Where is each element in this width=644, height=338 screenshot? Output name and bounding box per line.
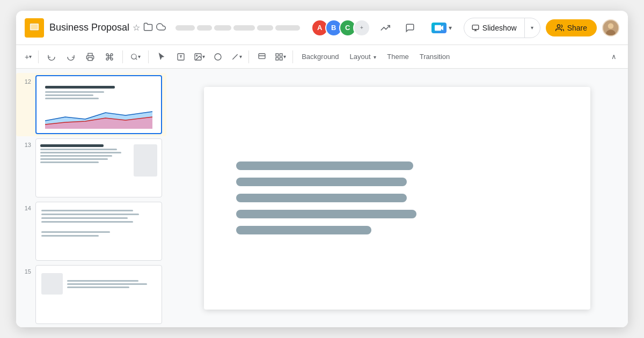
share-label: Share [567,24,587,32]
slide-number-14: 14 [20,202,31,211]
layout-button[interactable]: Layout ▾ [346,50,381,63]
redo-button[interactable] [62,48,79,65]
chart-svg-12 [45,102,152,129]
svg-line-10 [136,58,137,60]
svg-point-6 [608,23,614,29]
folder-icon[interactable] [143,22,153,33]
print-button[interactable] [82,48,99,65]
slide-canvas[interactable] [204,87,590,310]
canvas-content [236,161,558,234]
svg-line-17 [233,54,238,59]
canvas-line-4 [236,210,416,218]
svg-point-16 [215,54,221,60]
canvas-line-3 [236,194,407,202]
canvas-line-2 [236,178,407,186]
svg-rect-8 [88,57,92,60]
toolbar: + ▾ ▾ [16,45,628,69]
insert-comment-button[interactable] [253,48,270,65]
shapes-button[interactable] [209,48,226,65]
menu-pill-2[interactable] [197,25,212,31]
slide-item-16[interactable]: 16 [16,326,166,327]
transition-button[interactable]: Transition [415,50,455,63]
comment-button[interactable] [400,18,420,38]
slideshow-dropdown-button[interactable]: ▾ [525,18,540,38]
share-button[interactable]: Share [546,19,597,36]
app-window: Business Proposal ☆ A B C + [16,11,628,327]
cloud-icon [156,22,166,33]
grid-button[interactable]: ▾ [273,48,288,65]
toolbar-sep-2 [122,50,123,63]
collaborator-avatars: A B C + [311,19,370,36]
theme-button[interactable]: Theme [383,50,413,63]
svg-rect-20 [276,54,279,56]
slide-number-12: 12 [20,75,31,85]
slide-thumb-13 [35,138,162,197]
background-button[interactable]: Background [297,50,343,63]
toolbar-sep-5 [292,50,293,63]
menu-pill-1[interactable] [175,25,195,31]
slide-item-12[interactable]: 12 [16,73,166,136]
slideshow-button-group: Slideshow ▾ [464,18,540,38]
chevron-up-icon: ∧ [611,53,617,61]
undo-button[interactable] [43,48,60,65]
canvas-line-1 [236,161,413,170]
svg-rect-23 [276,57,279,60]
toolbar-sep-4 [248,50,249,63]
slideshow-label: Slideshow [482,24,517,32]
slide-thumb-14 [35,202,162,261]
menu-pill-4[interactable] [233,25,255,31]
image-button[interactable]: ▾ [192,48,207,65]
menu-pill-5[interactable] [257,25,273,31]
svg-point-9 [131,54,136,58]
canvas-line-5 [236,226,371,234]
plus-icon: + [25,53,29,61]
dropdown-arrow-icon: ▾ [29,54,32,60]
header: Business Proposal ☆ A B C + [16,11,628,45]
activity-button[interactable] [376,18,395,38]
svg-rect-21 [280,54,283,56]
svg-rect-22 [280,57,283,60]
svg-point-4 [557,25,560,27]
slide-item-13[interactable]: 13 [16,136,166,200]
svg-rect-3 [472,25,479,29]
svg-rect-2 [31,24,38,29]
slideshow-main-button[interactable]: Slideshow [464,20,524,36]
collapse-toolbar-button[interactable]: ∧ [606,49,621,64]
slide-panel: 12 [16,69,166,327]
toolbar-sep-3 [148,50,149,63]
slide-number-15: 15 [20,265,31,275]
user-avatar[interactable] [602,19,619,36]
menu-pill-3[interactable] [214,25,231,31]
svg-point-15 [196,55,197,56]
slide-number-13: 13 [20,138,31,148]
svg-rect-18 [259,54,265,58]
canvas-area [166,69,628,327]
meet-button[interactable]: ▾ [425,19,458,36]
document-title: Business Proposal [49,22,129,33]
slide-thumb-15 [35,265,162,324]
chevron-down-icon: ▾ [531,25,533,31]
app-icon [25,18,44,38]
paint-format-button[interactable] [101,48,118,65]
layout-dropdown-icon: ▾ [374,54,376,60]
main-content: 12 [16,69,628,327]
layout-label: Layout [350,53,371,61]
avatar-extra[interactable]: + [353,19,370,36]
menu-pill-6[interactable] [275,25,300,31]
add-button[interactable]: + ▾ [23,48,34,65]
add-group: + ▾ [23,48,34,65]
slide-item-15[interactable]: 15 [16,263,166,326]
slide-item-14[interactable]: 14 [16,200,166,263]
slide-thumb-12 [35,75,162,134]
textbox-button[interactable] [172,48,189,65]
line-button[interactable]: ▾ [229,48,244,65]
zoom-button[interactable]: ▾ [127,48,144,65]
select-button[interactable] [153,48,170,65]
zoom-dropdown-icon: ▾ [138,54,141,60]
star-icon[interactable]: ☆ [133,23,140,33]
toolbar-sep-1 [38,50,39,63]
menu-bar [175,25,300,31]
